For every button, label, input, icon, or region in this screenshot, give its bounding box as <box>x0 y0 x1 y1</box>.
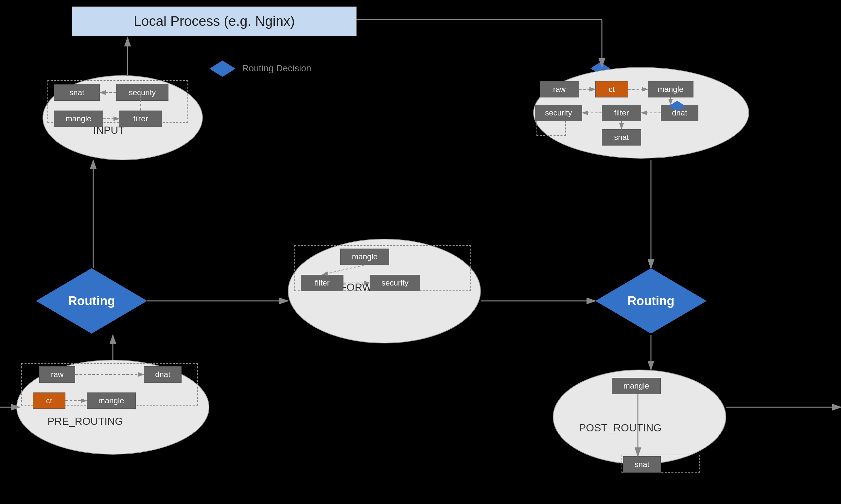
forward-security-box: security <box>370 275 420 291</box>
routing-right-label: Routing <box>627 294 675 308</box>
routing-decision-label: Routing Decision <box>242 63 311 74</box>
output-snat-box: snat <box>602 129 641 146</box>
forward-mangle-box: mangle <box>340 249 389 265</box>
input-snat-box: snat <box>54 84 100 101</box>
output-raw-box: raw <box>540 81 579 97</box>
postrouting-chain-label: POST_ROUTING <box>579 422 661 434</box>
input-filter-box: filter <box>120 110 162 127</box>
prerouting-mangle-box: mangle <box>87 393 136 409</box>
prerouting-raw-box: raw <box>39 366 75 383</box>
routing-decision-diamond-legend <box>209 60 235 77</box>
local-process-box: Local Process (e.g. Nginx) <box>72 6 357 36</box>
diagram-container: Local Process (e.g. Nginx) Routing Decis… <box>0 0 841 504</box>
output-ct-box: ct <box>595 81 628 97</box>
forward-filter-box: filter <box>301 275 343 291</box>
postrouting-mangle-box: mangle <box>612 378 661 394</box>
output-mangle-box: mangle <box>648 81 694 97</box>
input-mangle-box: mangle <box>54 110 103 127</box>
output-filter-box: filter <box>602 105 641 121</box>
routing-diamond-right: Routing <box>595 268 706 334</box>
input-security-box: security <box>116 84 168 101</box>
local-process-label: Local Process (e.g. Nginx) <box>134 13 295 29</box>
postrouting-snat-box: snat <box>623 456 661 473</box>
output-security-box: security <box>535 105 582 121</box>
prerouting-chain-label: PRE_ROUTING <box>48 415 123 428</box>
routing-diamond-left: Routing <box>36 268 147 334</box>
routing-left-label: Routing <box>68 294 115 308</box>
prerouting-dnat-box: dnat <box>144 366 181 383</box>
prerouting-ct-box: ct <box>33 393 66 409</box>
